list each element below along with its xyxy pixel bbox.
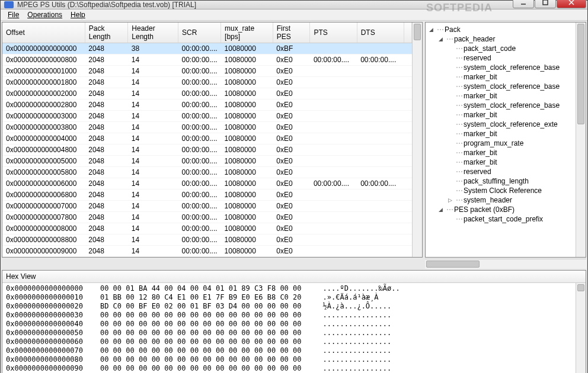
hex-vscrollbar[interactable] bbox=[576, 283, 586, 373]
structure-tree[interactable]: ◢⋯Pack◢⋯pack_header⋯pack_start_code⋯rese… bbox=[426, 22, 576, 257]
tree-node[interactable]: ⋯reserved bbox=[427, 167, 574, 176]
maximize-button[interactable] bbox=[535, 0, 556, 8]
cell-pts bbox=[310, 246, 357, 257]
cell-header_length: 14 bbox=[128, 167, 178, 178]
menu-help[interactable]: Help bbox=[67, 9, 89, 20]
table-row[interactable]: 0x000000000000680020481400:00:00....1008… bbox=[2, 189, 412, 201]
tree-node[interactable]: ⋯system_clock_reference_base bbox=[427, 82, 574, 91]
tree-hscrollbar[interactable] bbox=[425, 259, 586, 269]
table-row[interactable]: 0x000000000000400020481400:00:00....1008… bbox=[2, 133, 412, 144]
cell-first_pes: 0xE0 bbox=[273, 144, 310, 156]
app-window: MPEG PS Utils (D:\Softpedia\Softpedia te… bbox=[0, 0, 588, 373]
tree-node[interactable]: ⋯marker_bit bbox=[427, 157, 574, 167]
hex-content[interactable]: 0x0000000000000000 00 00 01 BA 44 00 04 … bbox=[2, 283, 576, 373]
menu-operations[interactable]: Operations bbox=[24, 9, 66, 20]
table-row[interactable]: 0x000000000000700020481400:00:00....1008… bbox=[2, 201, 412, 212]
minimize-button[interactable] bbox=[513, 0, 534, 8]
table-row[interactable]: 0x000000000000280020481400:00:00....1008… bbox=[2, 99, 412, 111]
table-row[interactable]: 0x000000000000800020481400:00:00....1008… bbox=[2, 223, 412, 234]
menu-file[interactable]: File bbox=[4, 9, 23, 20]
tree-connector: ⋯ bbox=[456, 82, 462, 91]
cell-dts bbox=[357, 122, 404, 133]
table-row[interactable]: 0x000000000000380020481400:00:00....1008… bbox=[2, 122, 412, 133]
tree-node[interactable]: ⋯system_clock_reference_base bbox=[427, 101, 574, 110]
column-header-mux_rate[interactable]: mux_rate [bps] bbox=[221, 22, 273, 43]
cell-header_length: 14 bbox=[128, 201, 178, 212]
cell-pts bbox=[310, 212, 357, 223]
table-row[interactable]: 0x000000000000180020481400:00:00....1008… bbox=[2, 77, 412, 88]
column-header-pts[interactable]: PTS bbox=[310, 22, 357, 43]
table-row[interactable]: 0x000000000000480020481400:00:00....1008… bbox=[2, 144, 412, 156]
cell-header_length: 14 bbox=[128, 54, 178, 66]
titlebar[interactable]: MPEG PS Utils (D:\Softpedia\Softpedia te… bbox=[1, 1, 587, 9]
tree-node[interactable]: ⋯pack_start_code bbox=[427, 44, 574, 53]
column-header-header_length[interactable]: Header Length bbox=[128, 22, 178, 43]
column-header-pack_length[interactable]: Pack Length bbox=[85, 22, 128, 43]
tree-vscrollbar[interactable] bbox=[576, 22, 586, 257]
cell-pack_length: 2048 bbox=[85, 54, 128, 66]
table-row[interactable]: 0x000000000000000020483800:00:00....1008… bbox=[2, 43, 412, 54]
tree-node[interactable]: ⋯system_clock_reference_exte bbox=[427, 120, 574, 129]
tree-node[interactable]: ◢⋯Pack bbox=[427, 25, 574, 34]
tree-connector: ⋯ bbox=[456, 196, 462, 204]
table-row[interactable]: 0x000000000000200020481400:00:00....1008… bbox=[2, 88, 412, 99]
cell-mux_rate: 10080000 bbox=[221, 99, 273, 111]
table-row[interactable]: 0x000000000000080020481400:00:00....1008… bbox=[2, 54, 412, 66]
column-header-scr[interactable]: SCR bbox=[178, 22, 221, 43]
tree-node[interactable]: ⋯pack_stuffing_length bbox=[427, 176, 574, 186]
tree-leaf-icon bbox=[447, 65, 453, 71]
cell-scr: 00:00:00.... bbox=[178, 99, 221, 111]
cell-header_length: 14 bbox=[128, 88, 178, 99]
cell-pts bbox=[310, 201, 357, 212]
table-row[interactable]: 0x000000000000500020481400:00:00....1008… bbox=[2, 156, 412, 167]
table-row[interactable]: 0x000000000000300020481400:00:00....1008… bbox=[2, 111, 412, 122]
cell-pts bbox=[310, 111, 357, 122]
tree-node[interactable]: ⋯marker_bit bbox=[427, 129, 574, 139]
tree-node[interactable]: ⋯packet_start_code_prefix bbox=[427, 214, 574, 224]
tree-node[interactable]: ◢⋯pack_header bbox=[427, 34, 574, 44]
column-header-dts[interactable]: DTS bbox=[357, 22, 404, 43]
tree-collapse-icon[interactable]: ◢ bbox=[428, 27, 434, 33]
tree-node[interactable]: ⋯System Clock Reference bbox=[427, 186, 574, 195]
tree-node[interactable]: ⋯reserved bbox=[427, 53, 574, 63]
table-vscrollbar[interactable] bbox=[412, 22, 422, 257]
tree-node[interactable]: ⋯marker_bit bbox=[427, 72, 574, 82]
tree-connector: ⋯ bbox=[456, 44, 462, 53]
cell-header_length: 14 bbox=[128, 246, 178, 257]
tree-collapse-icon[interactable]: ◢ bbox=[437, 36, 444, 43]
hex-view-title: Hex View bbox=[2, 271, 586, 283]
cell-header_length: 14 bbox=[128, 122, 178, 133]
cell-mux_rate: 10080000 bbox=[221, 54, 273, 66]
tree-node[interactable]: ⋯program_mux_rate bbox=[427, 139, 574, 148]
cell-dts bbox=[357, 66, 404, 77]
cell-header_length: 14 bbox=[128, 77, 178, 88]
cell-first_pes: 0xE0 bbox=[273, 189, 310, 201]
close-button[interactable] bbox=[557, 0, 586, 8]
tree-leaf-icon bbox=[447, 169, 453, 175]
tree-node[interactable]: ⋯system_clock_reference_base bbox=[427, 63, 574, 72]
cell-offset: 0x0000000000000800 bbox=[2, 54, 85, 66]
cell-pts bbox=[310, 88, 357, 99]
table-row[interactable]: 0x000000000000600020481400:00:00....1008… bbox=[2, 178, 412, 189]
table-row[interactable]: 0x000000000000580020481400:00:00....1008… bbox=[2, 167, 412, 178]
tree-node[interactable]: ⋯marker_bit bbox=[427, 91, 574, 101]
cell-header_length: 38 bbox=[128, 43, 178, 54]
column-header-first_pes[interactable]: First PES bbox=[273, 22, 310, 43]
tree-expand-icon[interactable]: ▷ bbox=[447, 197, 453, 204]
table-row[interactable]: 0x000000000000780020481400:00:00....1008… bbox=[2, 212, 412, 223]
table-row[interactable]: 0x000000000000900020481400:00:00....1008… bbox=[2, 246, 412, 257]
tree-node[interactable]: ⋯marker_bit bbox=[427, 110, 574, 120]
tree-connector: ⋯ bbox=[437, 25, 443, 34]
tree-node[interactable]: ▷⋯system_header bbox=[427, 195, 574, 205]
tree-collapse-icon[interactable]: ◢ bbox=[437, 207, 444, 213]
table-row[interactable]: 0x000000000000100020481400:00:00....1008… bbox=[2, 66, 412, 77]
packet-table[interactable]: OffsetPack LengthHeader LengthSCRmux_rat… bbox=[2, 22, 412, 257]
cell-header_length: 14 bbox=[128, 133, 178, 144]
cell-mux_rate: 10080000 bbox=[221, 246, 273, 257]
table-row[interactable]: 0x000000000000880020481400:00:00....1008… bbox=[2, 234, 412, 246]
column-header-offset[interactable]: Offset bbox=[2, 22, 85, 43]
cell-pack_length: 2048 bbox=[85, 167, 128, 178]
tree-node[interactable]: ⋯marker_bit bbox=[427, 148, 574, 157]
tree-leaf-icon bbox=[447, 216, 453, 223]
tree-node[interactable]: ◢⋯PES packet (0xBF) bbox=[427, 205, 574, 214]
